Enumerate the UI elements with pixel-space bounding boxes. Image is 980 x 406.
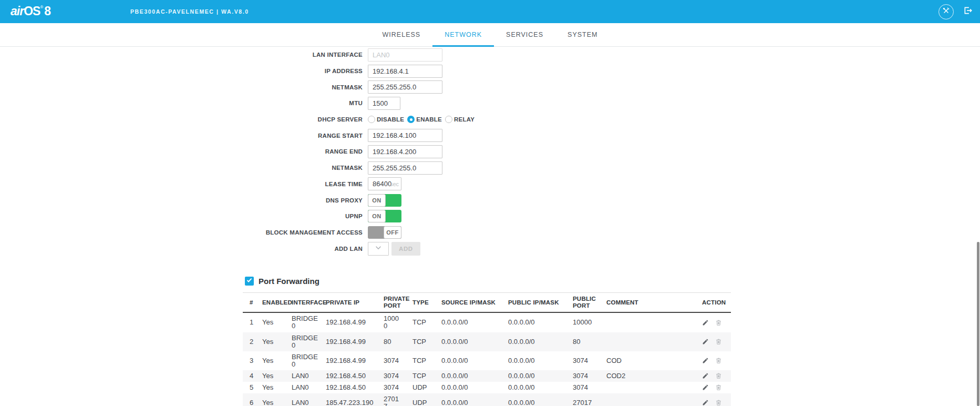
cell-public-ip-mask: 0.0.0.0/0 xyxy=(508,312,573,332)
delete-icon[interactable] xyxy=(715,338,722,345)
cell-private-port: 3074 xyxy=(384,370,412,382)
edit-icon[interactable] xyxy=(702,399,709,406)
logo-registered-mark: ® xyxy=(40,5,43,9)
cell-action xyxy=(702,351,731,370)
cell-interface: LAN0 xyxy=(292,370,326,382)
device-name: PBE300AC-PAVELNEMEC | WA.V8.0 xyxy=(130,0,249,23)
lan-interface-field[interactable] xyxy=(368,48,442,62)
ip-address-field[interactable] xyxy=(368,65,442,78)
delete-icon[interactable] xyxy=(715,357,722,364)
netmask-label: NETMASK xyxy=(0,84,363,90)
edit-icon[interactable] xyxy=(702,372,709,379)
lease-time-field[interactable] xyxy=(368,177,401,190)
logo-version: 8 xyxy=(44,4,51,18)
table-row: 5YesLAN0192.168.4.503074UDP0.0.0.0/00.0.… xyxy=(243,382,731,393)
radio-disable[interactable] xyxy=(368,116,375,123)
cell-type: UDP xyxy=(412,382,441,393)
cell-public-ip-mask: 0.0.0.0/0 xyxy=(508,332,573,351)
port-forwarding-table: # ENABLED INTERFACE PRIVATE IP PRIVATE P… xyxy=(243,292,731,406)
cell-type: UDP xyxy=(412,393,441,406)
cell-enabled: Yes xyxy=(262,393,292,406)
radio-disable-label: DISABLE xyxy=(377,116,404,123)
tools-icon xyxy=(942,7,950,17)
cell-comment xyxy=(606,312,702,332)
tab-network[interactable]: NETWORK xyxy=(432,23,494,47)
upnp-toggle-state: ON xyxy=(368,210,386,222)
logo-air: air xyxy=(11,4,24,18)
edit-icon[interactable] xyxy=(702,357,709,364)
cell-source-ip-mask: 0.0.0.0/0 xyxy=(441,312,508,332)
cell-action xyxy=(702,370,731,382)
add-lan-select[interactable] xyxy=(368,242,389,256)
col-enabled: ENABLED xyxy=(262,293,292,313)
delete-icon[interactable] xyxy=(715,384,722,391)
upnp-toggle[interactable]: ON xyxy=(368,210,401,222)
dhcp-server-label: DHCP SERVER xyxy=(0,116,363,123)
cell-interface: LAN0 xyxy=(292,382,326,393)
mtu-field[interactable] xyxy=(368,97,400,110)
logout-button[interactable] xyxy=(962,6,974,17)
cell-num: 4 xyxy=(243,370,262,382)
port-forwarding-checkbox[interactable] xyxy=(245,277,254,286)
cell-source-ip-mask: 0.0.0.0/0 xyxy=(441,382,508,393)
cell-comment xyxy=(606,332,702,351)
app-header: airOS®8 PBE300AC-PAVELNEMEC | WA.V8.0 xyxy=(0,0,980,23)
dhcp-netmask-field[interactable] xyxy=(368,161,442,175)
edit-icon[interactable] xyxy=(702,319,709,326)
cell-public-port: 27017 xyxy=(573,393,606,406)
delete-icon[interactable] xyxy=(715,399,722,406)
lan-settings-form: LAN INTERFACE IP ADDRESS NETMASK MTU DHC… xyxy=(0,47,980,257)
ip-address-label: IP ADDRESS xyxy=(0,68,363,74)
cell-private-ip: 192.168.4.50 xyxy=(326,370,384,382)
col-private-ip: PRIVATE IP xyxy=(326,293,384,313)
cell-enabled: Yes xyxy=(262,312,292,332)
edit-icon[interactable] xyxy=(702,384,709,391)
airos-logo: airOS®8 xyxy=(11,4,51,18)
cell-comment xyxy=(606,393,702,406)
netmask-field[interactable] xyxy=(368,80,442,94)
mtu-label: MTU xyxy=(0,100,363,106)
radio-enable[interactable] xyxy=(407,116,415,123)
delete-icon[interactable] xyxy=(715,319,722,326)
radio-relay[interactable] xyxy=(445,116,452,123)
cell-public-ip-mask: 0.0.0.0/0 xyxy=(508,382,573,393)
cell-interface: BRIDGE0 xyxy=(292,332,326,351)
cell-source-ip-mask: 0.0.0.0/0 xyxy=(441,332,508,351)
range-start-field[interactable] xyxy=(368,129,442,142)
cell-comment: COD2 xyxy=(606,370,702,382)
block-management-access-toggle[interactable]: OFF xyxy=(368,226,401,239)
cell-num: 3 xyxy=(243,351,262,370)
scrollbar-thumb[interactable] xyxy=(977,242,979,406)
check-icon xyxy=(246,276,253,286)
dns-proxy-toggle-state: ON xyxy=(368,194,386,207)
lease-time-label: LEASE TIME xyxy=(0,181,363,187)
tools-button[interactable] xyxy=(938,4,954,19)
add-lan-button[interactable]: ADD xyxy=(391,242,420,256)
range-end-field[interactable] xyxy=(368,145,442,158)
edit-icon[interactable] xyxy=(702,338,709,345)
col-type: TYPE xyxy=(412,293,441,313)
cell-num: 5 xyxy=(243,382,262,393)
port-forwarding-title: Port Forwarding xyxy=(259,277,319,286)
table-row: 3YesBRIDGE0192.168.4.993074TCP0.0.0.0/00… xyxy=(243,351,731,370)
table-row: 1YesBRIDGE0192.168.4.9910000TCP0.0.0.0/0… xyxy=(243,312,731,332)
dns-proxy-toggle[interactable]: ON xyxy=(368,194,401,207)
cell-public-ip-mask: 0.0.0.0/0 xyxy=(508,351,573,370)
cell-public-port: 10000 xyxy=(573,312,606,332)
col-public-port: PUBLIC PORT xyxy=(573,293,606,313)
cell-enabled: Yes xyxy=(262,382,292,393)
range-end-label: RANGE END xyxy=(0,148,363,155)
tab-services[interactable]: SERVICES xyxy=(494,23,555,47)
tab-system[interactable]: SYSTEM xyxy=(555,23,610,47)
cell-enabled: Yes xyxy=(262,351,292,370)
block-management-access-label: BLOCK MANAGEMENT ACCESS xyxy=(0,229,363,236)
table-row: 2YesBRIDGE0192.168.4.9980TCP0.0.0.0/00.0… xyxy=(243,332,731,351)
col-source-ip-mask: SOURCE IP/MASK xyxy=(441,293,508,313)
lan-interface-label: LAN INTERFACE xyxy=(0,52,363,58)
table-row: 6YesLAN0185.47.223.19027017UDP0.0.0.0/00… xyxy=(243,393,731,406)
tab-wireless[interactable]: WIRELESS xyxy=(370,23,433,47)
delete-icon[interactable] xyxy=(715,372,722,379)
cell-private-ip: 192.168.4.99 xyxy=(326,351,384,370)
radio-relay-label: RELAY xyxy=(454,116,474,123)
logo-os: OS xyxy=(24,4,40,18)
